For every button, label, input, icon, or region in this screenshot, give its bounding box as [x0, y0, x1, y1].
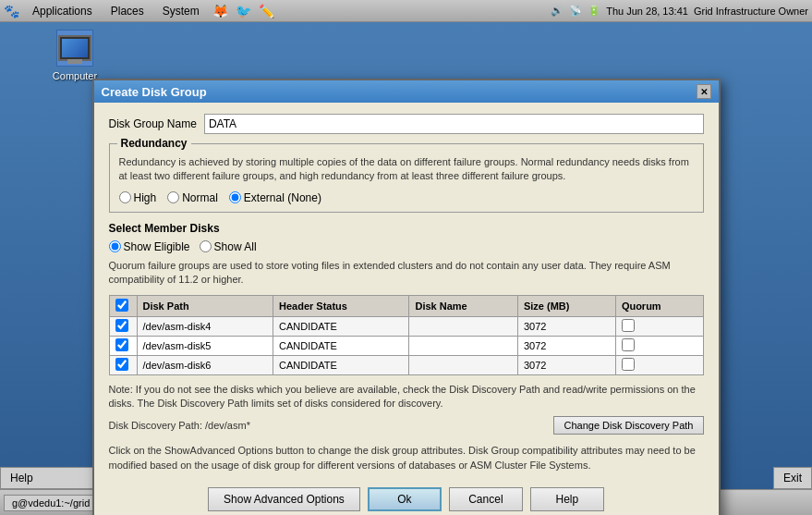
col-size: Size (MB): [517, 295, 615, 316]
row1-size: 3072: [517, 316, 615, 336]
table-row: /dev/asm-disk6 CANDIDATE 3072: [109, 355, 703, 374]
redundancy-normal-radio[interactable]: [167, 191, 179, 203]
row3-size: 3072: [517, 355, 615, 374]
disk-group-name-row: Disk Group Name: [109, 114, 704, 134]
table-row: /dev/asm-disk5 CANDIDATE 3072: [109, 336, 703, 355]
col-checkbox: [109, 295, 137, 316]
create-disk-group-dialog: Create Disk Group ✕ Disk Group Name Redu…: [92, 79, 721, 515]
modal-overlay: Create Disk Group ✕ Disk Group Name Redu…: [0, 0, 812, 515]
row3-checkbox[interactable]: [115, 358, 128, 371]
redundancy-external-label: External (None): [244, 191, 321, 204]
show-all-option[interactable]: Show All: [200, 240, 257, 253]
row2-status: CANDIDATE: [273, 336, 408, 355]
redundancy-normal[interactable]: Normal: [167, 191, 218, 204]
select-member-section: Select Member Disks Show Eligible Show A…: [109, 222, 704, 375]
col-header-status: Header Status: [273, 295, 408, 316]
row2-diskname: [409, 336, 517, 355]
table-row: /dev/asm-disk4 CANDIDATE 3072: [109, 316, 703, 336]
show-options-row: Show Eligible Show All: [109, 240, 704, 253]
discovery-label: Disk Discovery Path: /dev/asm*: [109, 420, 250, 431]
dialog-body: Disk Group Name Redundancy Redundancy is…: [94, 103, 719, 515]
show-eligible-option[interactable]: Show Eligible: [109, 240, 190, 253]
dialog-button-row: Show Advanced Options Ok Cancel Help: [109, 482, 704, 515]
select-member-title: Select Member Disks: [109, 222, 704, 235]
row1-path: /dev/asm-disk4: [137, 316, 273, 336]
redundancy-title: Redundancy: [117, 137, 191, 150]
discovery-path-row: Disk Discovery Path: /dev/asm* Change Di…: [109, 416, 704, 435]
row2-size: 3072: [517, 336, 615, 355]
col-quorum: Quorum: [615, 295, 703, 316]
show-all-radio[interactable]: [200, 240, 212, 252]
redundancy-description: Redundancy is achieved by storing multip…: [119, 155, 694, 184]
select-all-checkbox[interactable]: [115, 299, 128, 312]
row3-diskname: [409, 355, 517, 374]
redundancy-high-label: High: [134, 191, 157, 204]
click-note: Click on the ShowAdvanced Options button…: [109, 444, 704, 472]
row3-status: CANDIDATE: [273, 355, 408, 374]
row2-quorum-checkbox[interactable]: [622, 338, 635, 351]
row1-quorum-checkbox[interactable]: [622, 319, 635, 332]
row3-quorum-checkbox[interactable]: [622, 358, 635, 371]
row1-checkbox-cell[interactable]: [109, 316, 137, 336]
row2-checkbox[interactable]: [115, 338, 128, 351]
redundancy-high-radio[interactable]: [119, 191, 131, 203]
disk-group-name-input[interactable]: [204, 114, 704, 134]
row3-checkbox-cell[interactable]: [109, 355, 137, 374]
show-all-label: Show All: [214, 240, 257, 253]
row1-status: CANDIDATE: [273, 316, 408, 336]
disk-table-header: Disk Path Header Status Disk Name Size (…: [109, 295, 703, 316]
row1-checkbox[interactable]: [115, 319, 128, 332]
row2-path: /dev/asm-disk5: [137, 336, 273, 355]
redundancy-external[interactable]: External (None): [229, 191, 321, 204]
disk-table-body: /dev/asm-disk4 CANDIDATE 3072 /dev/asm-d…: [109, 316, 703, 374]
row2-checkbox-cell[interactable]: [109, 336, 137, 355]
desktop: 🐾 Applications Places System 🦊 🐦 ✏️ 🔊 📡 …: [0, 0, 812, 515]
dialog-title: Create Disk Group: [102, 85, 207, 99]
redundancy-normal-label: Normal: [182, 191, 218, 204]
ok-button[interactable]: Ok: [368, 487, 442, 511]
quorum-note: Quorum failure groups are used to store …: [109, 259, 704, 288]
row2-quorum[interactable]: [615, 336, 703, 355]
row1-diskname: [409, 316, 517, 336]
col-disk-name: Disk Name: [409, 295, 517, 316]
redundancy-group: Redundancy Redundancy is achieved by sto…: [109, 143, 704, 213]
note-text: Note: If you do not see the disks which …: [109, 383, 704, 411]
row3-path: /dev/asm-disk6: [137, 355, 273, 374]
change-discovery-path-button[interactable]: Change Disk Discovery Path: [553, 416, 703, 435]
show-advanced-options-button[interactable]: Show Advanced Options: [208, 487, 360, 511]
dialog-titlebar: Create Disk Group ✕: [94, 80, 719, 103]
dialog-close-button[interactable]: ✕: [697, 84, 711, 99]
redundancy-external-radio[interactable]: [229, 191, 241, 203]
redundancy-high[interactable]: High: [119, 191, 157, 204]
col-disk-path: Disk Path: [137, 295, 273, 316]
cancel-button[interactable]: Cancel: [449, 487, 523, 511]
disk-table: Disk Path Header Status Disk Name Size (…: [109, 295, 704, 375]
redundancy-options: High Normal External (None): [119, 191, 694, 204]
row3-quorum[interactable]: [615, 355, 703, 374]
show-eligible-label: Show Eligible: [124, 240, 190, 253]
help-button[interactable]: Help: [530, 487, 604, 511]
disk-group-name-label: Disk Group Name: [109, 117, 197, 130]
row1-quorum[interactable]: [615, 316, 703, 336]
show-eligible-radio[interactable]: [109, 240, 121, 252]
